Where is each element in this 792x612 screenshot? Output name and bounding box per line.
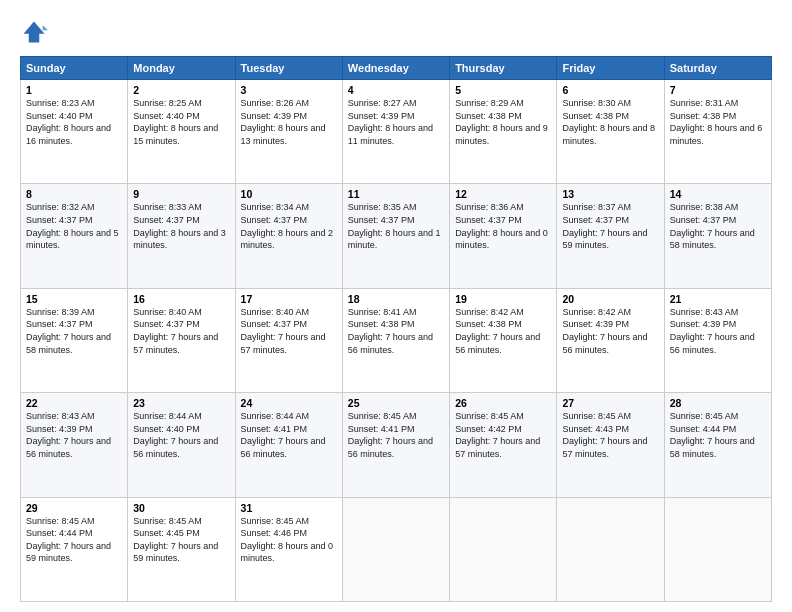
logo (20, 18, 52, 46)
day-number: 15 (26, 293, 122, 305)
calendar-cell: 6Sunrise: 8:30 AM Sunset: 4:38 PM Daylig… (557, 80, 664, 184)
calendar-cell: 8Sunrise: 8:32 AM Sunset: 4:37 PM Daylig… (21, 184, 128, 288)
day-info: Sunrise: 8:36 AM Sunset: 4:37 PM Dayligh… (455, 201, 551, 251)
day-number: 13 (562, 188, 658, 200)
calendar-cell: 10Sunrise: 8:34 AM Sunset: 4:37 PM Dayli… (235, 184, 342, 288)
day-info: Sunrise: 8:40 AM Sunset: 4:37 PM Dayligh… (241, 306, 337, 356)
day-info: Sunrise: 8:23 AM Sunset: 4:40 PM Dayligh… (26, 97, 122, 147)
day-info: Sunrise: 8:44 AM Sunset: 4:40 PM Dayligh… (133, 410, 229, 460)
day-info: Sunrise: 8:26 AM Sunset: 4:39 PM Dayligh… (241, 97, 337, 147)
day-number: 1 (26, 84, 122, 96)
weekday-header: Sunday (21, 57, 128, 80)
calendar-cell: 24Sunrise: 8:44 AM Sunset: 4:41 PM Dayli… (235, 393, 342, 497)
calendar-cell: 12Sunrise: 8:36 AM Sunset: 4:37 PM Dayli… (450, 184, 557, 288)
day-number: 5 (455, 84, 551, 96)
day-info: Sunrise: 8:42 AM Sunset: 4:39 PM Dayligh… (562, 306, 658, 356)
day-info: Sunrise: 8:35 AM Sunset: 4:37 PM Dayligh… (348, 201, 444, 251)
day-info: Sunrise: 8:25 AM Sunset: 4:40 PM Dayligh… (133, 97, 229, 147)
calendar-cell: 14Sunrise: 8:38 AM Sunset: 4:37 PM Dayli… (664, 184, 771, 288)
day-info: Sunrise: 8:45 AM Sunset: 4:44 PM Dayligh… (670, 410, 766, 460)
day-number: 3 (241, 84, 337, 96)
day-info: Sunrise: 8:29 AM Sunset: 4:38 PM Dayligh… (455, 97, 551, 147)
day-number: 4 (348, 84, 444, 96)
calendar-week-row: 29Sunrise: 8:45 AM Sunset: 4:44 PM Dayli… (21, 497, 772, 601)
day-info: Sunrise: 8:37 AM Sunset: 4:37 PM Dayligh… (562, 201, 658, 251)
day-number: 6 (562, 84, 658, 96)
calendar-cell: 30Sunrise: 8:45 AM Sunset: 4:45 PM Dayli… (128, 497, 235, 601)
day-number: 27 (562, 397, 658, 409)
calendar-cell: 18Sunrise: 8:41 AM Sunset: 4:38 PM Dayli… (342, 288, 449, 392)
weekday-header: Friday (557, 57, 664, 80)
day-info: Sunrise: 8:45 AM Sunset: 4:44 PM Dayligh… (26, 515, 122, 565)
day-info: Sunrise: 8:41 AM Sunset: 4:38 PM Dayligh… (348, 306, 444, 356)
calendar-cell: 13Sunrise: 8:37 AM Sunset: 4:37 PM Dayli… (557, 184, 664, 288)
day-number: 29 (26, 502, 122, 514)
day-number: 14 (670, 188, 766, 200)
header (20, 18, 772, 46)
day-number: 24 (241, 397, 337, 409)
day-number: 28 (670, 397, 766, 409)
day-number: 21 (670, 293, 766, 305)
calendar-cell: 21Sunrise: 8:43 AM Sunset: 4:39 PM Dayli… (664, 288, 771, 392)
day-number: 26 (455, 397, 551, 409)
calendar-week-row: 22Sunrise: 8:43 AM Sunset: 4:39 PM Dayli… (21, 393, 772, 497)
day-number: 11 (348, 188, 444, 200)
calendar-cell: 5Sunrise: 8:29 AM Sunset: 4:38 PM Daylig… (450, 80, 557, 184)
weekday-header: Monday (128, 57, 235, 80)
day-info: Sunrise: 8:30 AM Sunset: 4:38 PM Dayligh… (562, 97, 658, 147)
calendar-cell: 31Sunrise: 8:45 AM Sunset: 4:46 PM Dayli… (235, 497, 342, 601)
calendar-cell: 7Sunrise: 8:31 AM Sunset: 4:38 PM Daylig… (664, 80, 771, 184)
day-number: 25 (348, 397, 444, 409)
day-info: Sunrise: 8:45 AM Sunset: 4:41 PM Dayligh… (348, 410, 444, 460)
calendar-cell: 17Sunrise: 8:40 AM Sunset: 4:37 PM Dayli… (235, 288, 342, 392)
day-number: 22 (26, 397, 122, 409)
day-number: 23 (133, 397, 229, 409)
day-info: Sunrise: 8:45 AM Sunset: 4:42 PM Dayligh… (455, 410, 551, 460)
calendar-cell: 19Sunrise: 8:42 AM Sunset: 4:38 PM Dayli… (450, 288, 557, 392)
calendar-header-row: SundayMondayTuesdayWednesdayThursdayFrid… (21, 57, 772, 80)
calendar-cell (342, 497, 449, 601)
calendar-week-row: 8Sunrise: 8:32 AM Sunset: 4:37 PM Daylig… (21, 184, 772, 288)
calendar-table: SundayMondayTuesdayWednesdayThursdayFrid… (20, 56, 772, 602)
day-info: Sunrise: 8:27 AM Sunset: 4:39 PM Dayligh… (348, 97, 444, 147)
svg-marker-0 (24, 22, 45, 43)
day-info: Sunrise: 8:44 AM Sunset: 4:41 PM Dayligh… (241, 410, 337, 460)
calendar-cell (450, 497, 557, 601)
day-number: 7 (670, 84, 766, 96)
day-info: Sunrise: 8:43 AM Sunset: 4:39 PM Dayligh… (26, 410, 122, 460)
day-info: Sunrise: 8:32 AM Sunset: 4:37 PM Dayligh… (26, 201, 122, 251)
calendar-cell: 22Sunrise: 8:43 AM Sunset: 4:39 PM Dayli… (21, 393, 128, 497)
calendar-week-row: 15Sunrise: 8:39 AM Sunset: 4:37 PM Dayli… (21, 288, 772, 392)
weekday-header: Saturday (664, 57, 771, 80)
calendar-cell: 1Sunrise: 8:23 AM Sunset: 4:40 PM Daylig… (21, 80, 128, 184)
calendar-cell: 15Sunrise: 8:39 AM Sunset: 4:37 PM Dayli… (21, 288, 128, 392)
calendar-cell: 23Sunrise: 8:44 AM Sunset: 4:40 PM Dayli… (128, 393, 235, 497)
calendar-week-row: 1Sunrise: 8:23 AM Sunset: 4:40 PM Daylig… (21, 80, 772, 184)
day-number: 31 (241, 502, 337, 514)
calendar-cell: 9Sunrise: 8:33 AM Sunset: 4:37 PM Daylig… (128, 184, 235, 288)
calendar-cell: 28Sunrise: 8:45 AM Sunset: 4:44 PM Dayli… (664, 393, 771, 497)
weekday-header: Tuesday (235, 57, 342, 80)
calendar-cell: 20Sunrise: 8:42 AM Sunset: 4:39 PM Dayli… (557, 288, 664, 392)
calendar-cell: 29Sunrise: 8:45 AM Sunset: 4:44 PM Dayli… (21, 497, 128, 601)
calendar-cell: 3Sunrise: 8:26 AM Sunset: 4:39 PM Daylig… (235, 80, 342, 184)
day-number: 16 (133, 293, 229, 305)
day-info: Sunrise: 8:39 AM Sunset: 4:37 PM Dayligh… (26, 306, 122, 356)
day-info: Sunrise: 8:40 AM Sunset: 4:37 PM Dayligh… (133, 306, 229, 356)
day-info: Sunrise: 8:34 AM Sunset: 4:37 PM Dayligh… (241, 201, 337, 251)
calendar-cell: 2Sunrise: 8:25 AM Sunset: 4:40 PM Daylig… (128, 80, 235, 184)
calendar-cell: 4Sunrise: 8:27 AM Sunset: 4:39 PM Daylig… (342, 80, 449, 184)
day-number: 12 (455, 188, 551, 200)
weekday-header: Wednesday (342, 57, 449, 80)
day-number: 17 (241, 293, 337, 305)
day-info: Sunrise: 8:38 AM Sunset: 4:37 PM Dayligh… (670, 201, 766, 251)
day-info: Sunrise: 8:45 AM Sunset: 4:43 PM Dayligh… (562, 410, 658, 460)
weekday-header: Thursday (450, 57, 557, 80)
calendar-cell: 27Sunrise: 8:45 AM Sunset: 4:43 PM Dayli… (557, 393, 664, 497)
logo-icon (20, 18, 48, 46)
day-number: 2 (133, 84, 229, 96)
calendar-cell: 25Sunrise: 8:45 AM Sunset: 4:41 PM Dayli… (342, 393, 449, 497)
day-number: 18 (348, 293, 444, 305)
day-number: 20 (562, 293, 658, 305)
day-number: 30 (133, 502, 229, 514)
